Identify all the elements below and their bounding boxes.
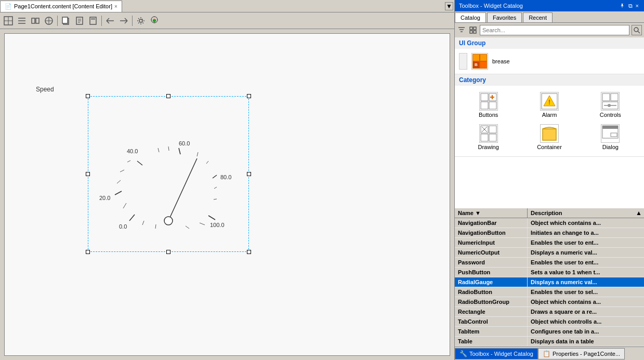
catalog-tabs-row: Catalog Favorites Recent [455,11,644,23]
svg-line-50 [200,223,205,225]
brease-checkbox-area [459,53,467,70]
toolbox-float-btn[interactable]: ⧉ [627,3,634,9]
widget-name: RadioButtonGroup [455,297,528,306]
svg-line-38 [213,175,217,178]
toolbox-tab-icon: 🔧 [459,350,467,357]
toolbar-btn-2[interactable] [16,15,28,27]
toolbox-controls: 🖈 ⧉ × [619,3,640,9]
toolbar-btn-1[interactable] [2,15,15,27]
search-input[interactable] [480,25,629,35]
svg-rect-79 [611,94,618,101]
svg-rect-18 [91,18,95,20]
widget-description: Object which contains a... [528,218,644,228]
radial-gauge-widget[interactable]: 0.0 20.0 40.0 60.0 80.0 100.0 [88,96,249,252]
svg-line-64 [638,31,640,33]
widget-list-item[interactable]: PushButton Sets a value to 1 when t... [455,268,644,277]
search-go-btn[interactable] [632,25,642,35]
catalog-scroll-area[interactable]: UI Group B brease Category [455,37,644,208]
toolbar-btn-7[interactable] [87,15,99,27]
svg-line-41 [117,180,121,183]
widget-description: Enables the user to ent... [528,238,644,247]
svg-point-82 [608,104,611,107]
widget-table-header: Name ▼ Description ▲ [455,208,644,218]
widget-list-item[interactable]: Password Enables the user to ent... [455,258,644,268]
widget-list-item[interactable]: RadialGauge Displays a numeric val... [455,277,644,287]
widget-name: RadialGauge [455,277,528,287]
toolbox-pin-btn[interactable]: 🖈 [619,3,626,9]
properties-tab-icon: 📋 [543,350,550,357]
tab-favorites[interactable]: Favorites [487,12,522,22]
toolbar-btn-8[interactable] [104,15,116,27]
widget-list[interactable]: NavigationBar Object which contains a...… [455,218,644,346]
toolbar-btn-9[interactable] [117,15,130,27]
widget-name: PushButton [455,268,528,277]
widget-list-item[interactable]: TabItem Configures one tab in a... [455,327,644,337]
dialog-icon [601,124,620,143]
widget-list-item[interactable]: Rectangle Draws a square or a re... [455,307,644,317]
bottom-tab-toolbox[interactable]: 🔧 Toolbox - Widget Catalog [455,348,538,359]
widget-list-item[interactable]: RadioButtonGroup Object which contains a… [455,297,644,307]
bottom-tab-properties[interactable]: 📋 Properties - Page1Conte... [538,348,625,359]
alarm-label: Alarm [542,112,557,118]
col-header-description[interactable]: Description [528,208,636,218]
bottom-tab-toolbox-label: Toolbox - Widget Catalog [469,351,533,357]
sort-name-icon[interactable]: ▼ [475,210,481,216]
category-controls[interactable]: Controls [581,90,640,120]
controls-icon [601,92,620,111]
svg-line-42 [120,170,124,172]
search-type-icon-btn[interactable] [468,25,478,35]
svg-line-48 [214,187,217,189]
col-header-name[interactable]: Name ▼ [455,208,528,218]
toolbar-btn-6[interactable] [73,15,86,27]
speed-label: Speed [36,86,54,93]
widget-list-item[interactable]: NumericInput Enables the user to ent... [455,238,644,248]
toolbar-color-btn[interactable] [148,15,161,27]
widget-list-item[interactable]: TabControl Object which controlls a... [455,317,644,327]
tab-recent[interactable]: Recent [523,12,553,22]
widget-list-item[interactable]: NavigationButton Initiates an change to … [455,228,644,238]
toolbar-separator-3 [132,16,133,26]
widget-description: Displays data in a table [528,337,644,346]
search-type-icon [469,26,477,34]
category-container[interactable]: Container [520,122,579,152]
widget-list-item[interactable]: NavigationBar Object which contains a... [455,218,644,228]
toolbar-separator-1 [57,16,58,26]
widget-name: NumericInput [455,238,528,247]
tab-title: Page1Content.content [Content Editor] [14,3,112,9]
buttons-svg [480,92,497,110]
canvas-area[interactable]: Speed 0.0 [4,33,450,356]
svg-rect-78 [602,94,610,101]
toolbar-btn-4[interactable] [43,15,55,27]
svg-rect-67 [480,55,487,61]
category-dialog[interactable]: Dialog [581,122,640,152]
svg-text:60.0: 60.0 [179,140,190,146]
category-header: Category [455,74,644,86]
toolbar-btn-3[interactable] [29,15,42,27]
toolbox-header: Toolbox - Widget Catalog 🖈 ⧉ × [455,0,644,11]
container-label: Container [537,144,562,150]
buttons-label: Buttons [479,112,498,118]
widget-list-item[interactable]: RadioButton Enables the user to sel... [455,287,644,297]
toolbox-close-btn[interactable]: × [635,3,640,9]
content-editor-tab[interactable]: 📄 Page1Content.content [Content Editor] … [0,1,122,12]
svg-rect-66 [473,55,479,61]
toolbar-copy-btn[interactable] [60,15,72,27]
col-sort-icon[interactable]: ▲ [636,208,644,218]
category-buttons[interactable]: Buttons [459,90,518,120]
category-alarm[interactable]: ! Alarm [520,90,579,120]
tab-bar: 📄 Page1Content.content [Content Editor] … [0,0,454,12]
ui-group-content: B brease [455,49,644,74]
svg-rect-89 [543,129,556,140]
svg-rect-62 [474,31,476,33]
tab-catalog[interactable]: Catalog [455,12,486,22]
widget-list-item[interactable]: NumericOutput Displays a numeric val... [455,248,644,258]
svg-line-36 [137,161,142,165]
tab-close-btn[interactable]: × [114,4,117,9]
svg-line-40 [123,203,126,208]
svg-rect-84 [489,126,496,133]
search-icon-btn[interactable] [457,25,466,35]
widget-list-item[interactable]: Table Displays data in a table [455,337,644,346]
toolbar-settings-btn[interactable] [135,15,147,27]
category-drawing[interactable]: Drawing [459,122,518,152]
tab-scroll-btn[interactable]: ▼ [445,2,453,10]
